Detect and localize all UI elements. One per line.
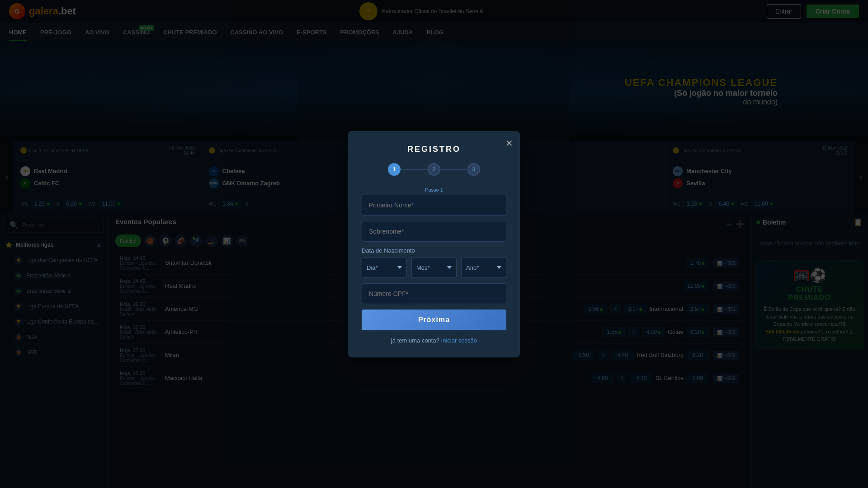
step-line-1 bbox=[401, 169, 428, 170]
progress-container: 1 2 3 Passo 1 bbox=[362, 163, 506, 192]
proxima-button[interactable]: Próxima bbox=[362, 310, 506, 330]
modal-footer: já tem uma conta? Iniciar sessão bbox=[362, 337, 506, 344]
footer-text: já tem uma conta? bbox=[391, 337, 439, 344]
step-2-circle: 2 bbox=[428, 163, 440, 176]
dob-label: Data de Nascimento bbox=[362, 247, 506, 254]
modal-close-button[interactable]: ✕ bbox=[505, 138, 513, 149]
step-3-circle: 3 bbox=[467, 163, 480, 176]
step-label: Passo 1 bbox=[362, 187, 506, 192]
registro-modal: ✕ REGISTRO 1 2 3 Passo 1 Data de Nascime… bbox=[348, 131, 520, 357]
dia-select[interactable]: Dia* bbox=[362, 258, 407, 278]
step-1-circle: 1 bbox=[388, 163, 401, 176]
modal-title: REGISTRO bbox=[362, 145, 506, 154]
ano-select[interactable]: Ano* bbox=[461, 258, 506, 278]
cpf-input[interactable] bbox=[362, 283, 506, 304]
iniciar-sessao-link[interactable]: Iniciar sessão bbox=[441, 337, 477, 344]
modal-overlay[interactable]: ✕ REGISTRO 1 2 3 Passo 1 Data de Nascime… bbox=[0, 0, 868, 488]
dob-row: Dia* Mês* Ano* bbox=[362, 258, 506, 278]
step-line-2 bbox=[440, 169, 467, 170]
sobrenome-input[interactable] bbox=[362, 221, 506, 242]
progress-steps: 1 2 3 bbox=[362, 163, 506, 176]
primeiro-nome-input[interactable] bbox=[362, 195, 506, 216]
mes-select[interactable]: Mês* bbox=[411, 258, 457, 278]
